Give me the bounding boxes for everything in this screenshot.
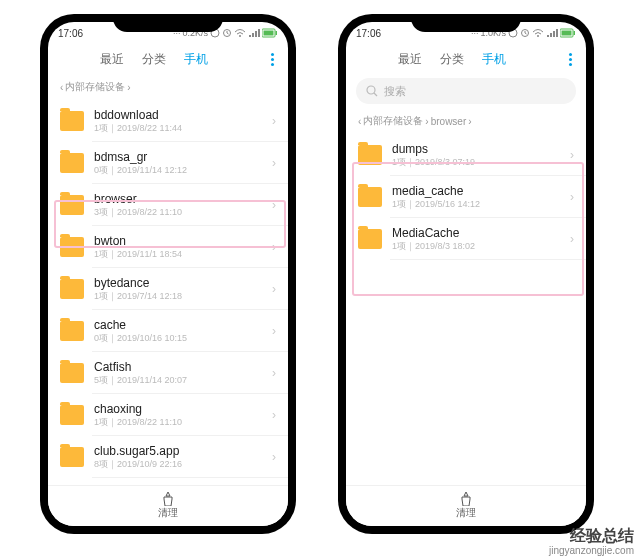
folder-name: cache [94, 318, 262, 332]
watermark: 经验总结 jingyanzongjie.com [549, 527, 634, 556]
tab-category[interactable]: 分类 [440, 51, 464, 68]
chevron-right-icon: › [425, 116, 428, 127]
folder-icon [358, 229, 382, 249]
battery-icon [262, 28, 278, 38]
more-icon[interactable] [267, 49, 278, 70]
chevron-right-icon: › [127, 82, 130, 93]
folder-list: bddownload1项｜2019/8/22 11:44›bdmsa_gr0项｜… [48, 100, 288, 478]
chevron-right-icon: › [570, 148, 574, 162]
folder-sub: 8项｜2019/10/9 22:16 [94, 459, 262, 470]
svg-rect-11 [574, 31, 576, 35]
signal-icon [248, 28, 260, 38]
svg-point-2 [239, 35, 241, 37]
folder-row[interactable]: club.sugar5.app8项｜2019/10/9 22:16› [48, 436, 288, 478]
folder-row[interactable]: MediaCache1项｜2019/8/3 18:02› [346, 218, 586, 260]
svg-rect-5 [276, 31, 278, 35]
svg-point-8 [537, 35, 539, 37]
svg-rect-10 [562, 31, 572, 36]
folder-name: bddownload [94, 108, 262, 122]
folder-sub: 1项｜2019/7/14 12:18 [94, 291, 262, 302]
breadcrumb[interactable]: ‹ 内部存储设备 › [48, 74, 288, 100]
tab-category[interactable]: 分类 [142, 51, 166, 68]
folder-sub: 1项｜2019/5/16 14:12 [392, 199, 560, 210]
chevron-right-icon: › [570, 190, 574, 204]
tab-bar: 最近 分类 手机 [346, 44, 586, 74]
chevron-right-icon: › [272, 324, 276, 338]
chevron-right-icon: › [272, 156, 276, 170]
search-icon [366, 85, 378, 97]
folder-name: Catfish [94, 360, 262, 374]
folder-icon [60, 111, 84, 131]
folder-sub: 0项｜2019/10/16 10:15 [94, 333, 262, 344]
chevron-right-icon: › [570, 232, 574, 246]
tab-recent[interactable]: 最近 [398, 51, 422, 68]
folder-row[interactable]: media_cache1项｜2019/5/16 14:12› [346, 176, 586, 218]
chevron-right-icon: › [272, 408, 276, 422]
folder-row[interactable]: Catfish5项｜2019/11/14 20:07› [48, 352, 288, 394]
clean-label: 清理 [456, 506, 476, 520]
search-placeholder: 搜索 [384, 84, 406, 99]
chevron-left-icon: ‹ [358, 116, 361, 127]
breadcrumb[interactable]: ‹ 内部存储设备 › browser › [346, 108, 586, 134]
folder-row[interactable]: chaoxing1项｜2019/8/22 11:10› [48, 394, 288, 436]
folder-row[interactable]: bdmsa_gr0项｜2019/11/14 12:12› [48, 142, 288, 184]
chevron-right-icon: › [272, 366, 276, 380]
folder-icon [60, 405, 84, 425]
folder-icon [60, 237, 84, 257]
more-icon[interactable] [565, 49, 576, 70]
folder-icon [60, 195, 84, 215]
folder-row[interactable]: bddownload1项｜2019/8/22 11:44› [48, 100, 288, 142]
svg-line-13 [374, 93, 377, 96]
folder-name: club.sugar5.app [94, 444, 262, 458]
clean-icon [458, 492, 474, 506]
tab-bar: 最近 分类 手机 [48, 44, 288, 74]
folder-name: bytedance [94, 276, 262, 290]
folder-sub: 1项｜2019/11/1 18:54 [94, 249, 262, 260]
tab-recent[interactable]: 最近 [100, 51, 124, 68]
status-time: 17:06 [356, 28, 381, 39]
folder-list: dumps1项｜2019/8/3 07:19›media_cache1项｜201… [346, 134, 586, 260]
chevron-right-icon: › [272, 282, 276, 296]
battery-icon [560, 28, 576, 38]
folder-row[interactable]: bwton1项｜2019/11/1 18:54› [48, 226, 288, 268]
folder-sub: 3项｜2019/8/22 11:10 [94, 207, 262, 218]
folder-name: bwton [94, 234, 262, 248]
notch [113, 14, 223, 32]
wifi-icon [532, 28, 544, 38]
folder-name: dumps [392, 142, 560, 156]
clean-label: 清理 [158, 506, 178, 520]
folder-sub: 1项｜2019/8/3 07:19 [392, 157, 560, 168]
tab-phone[interactable]: 手机 [482, 51, 506, 68]
folder-row[interactable]: cache0项｜2019/10/16 10:15› [48, 310, 288, 352]
search-input[interactable]: 搜索 [356, 78, 576, 104]
folder-name: media_cache [392, 184, 560, 198]
folder-row[interactable]: bytedance1项｜2019/7/14 12:18› [48, 268, 288, 310]
phone-left: 17:06 ··· 0.2K/s 最近 分类 手机 [40, 14, 296, 534]
folder-icon [358, 187, 382, 207]
notch [411, 14, 521, 32]
screen-right: 17:06 ··· 1.0K/s 最近 分类 手机 [346, 22, 586, 526]
chevron-right-icon: › [272, 114, 276, 128]
signal-icon [546, 28, 558, 38]
tab-phone[interactable]: 手机 [184, 51, 208, 68]
folder-sub: 0项｜2019/11/14 12:12 [94, 165, 262, 176]
chevron-left-icon: ‹ [60, 82, 63, 93]
status-time: 17:06 [58, 28, 83, 39]
folder-name: bdmsa_gr [94, 150, 262, 164]
folder-name: chaoxing [94, 402, 262, 416]
folder-row[interactable]: browser3项｜2019/8/22 11:10› [48, 184, 288, 226]
folder-icon [60, 153, 84, 173]
chevron-right-icon: › [272, 198, 276, 212]
folder-icon [358, 145, 382, 165]
folder-row[interactable]: dumps1项｜2019/8/3 07:19› [346, 134, 586, 176]
folder-sub: 1项｜2019/8/22 11:10 [94, 417, 262, 428]
folder-name: browser [94, 192, 262, 206]
folder-sub: 1项｜2019/8/22 11:44 [94, 123, 262, 134]
bottom-bar[interactable]: 清理 [346, 485, 586, 526]
svg-rect-4 [264, 31, 274, 36]
screen-left: 17:06 ··· 0.2K/s 最近 分类 手机 [48, 22, 288, 526]
phone-right: 17:06 ··· 1.0K/s 最近 分类 手机 [338, 14, 594, 534]
chevron-right-icon: › [468, 116, 471, 127]
chevron-right-icon: › [272, 450, 276, 464]
bottom-bar[interactable]: 清理 [48, 485, 288, 526]
